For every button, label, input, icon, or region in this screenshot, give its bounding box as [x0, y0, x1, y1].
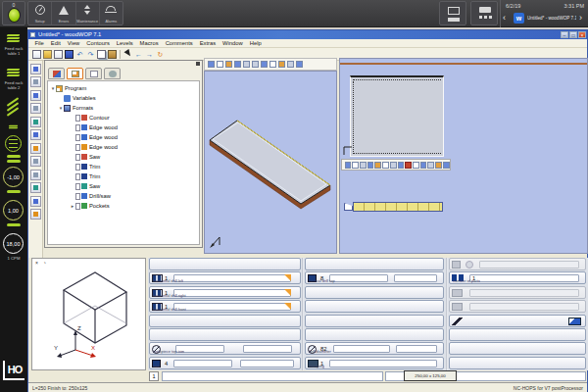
view-top-icon[interactable]: [30, 156, 41, 167]
tree-node-edge-wood[interactable]: Edge wood: [48, 132, 199, 142]
alarms-button[interactable]: Alarms: [100, 2, 122, 24]
diameter-dial[interactable]: 18,00: [3, 233, 24, 254]
apps-grid-button[interactable]: [470, 1, 498, 25]
zoom-fit-icon[interactable]: [30, 117, 41, 127]
param-field[interactable]: [329, 274, 388, 282]
param-field[interactable]: [333, 345, 390, 353]
pin-close-icon[interactable]: ×: [35, 261, 38, 266]
paste-button[interactable]: [108, 50, 117, 59]
setup-button[interactable]: Setup: [28, 2, 52, 24]
tree-node-program[interactable]: ▾ Program: [48, 83, 199, 93]
tree-node-contour[interactable]: Contour: [48, 113, 199, 122]
panel-close-icon[interactable]: [196, 62, 200, 66]
top-view-workpiece[interactable]: [350, 75, 444, 157]
tool-icon[interactable]: [374, 162, 381, 169]
feed-rack-2-icon[interactable]: [7, 68, 20, 77]
minimize-button[interactable]: –: [561, 31, 568, 38]
view-front-icon[interactable]: [30, 170, 41, 180]
top-view-icon[interactable]: [243, 61, 250, 68]
tree-node-drill-saw[interactable]: Drill/saw: [48, 191, 199, 201]
tab-macros[interactable]: [67, 68, 83, 79]
pan-icon[interactable]: [30, 129, 41, 140]
redo-button[interactable]: ↷: [86, 50, 95, 59]
tool-icon[interactable]: [398, 162, 405, 169]
select-tool-button[interactable]: [123, 50, 132, 59]
view-side-icon[interactable]: [30, 182, 41, 193]
feed-rack-1-icon[interactable]: [7, 33, 20, 43]
refresh-button[interactable]: ↻: [156, 50, 165, 59]
plan-view-pane[interactable]: [339, 58, 588, 254]
save-button[interactable]: [65, 50, 74, 59]
param-row-vdrill-top[interactable]: 8 vertical drill top: [305, 271, 444, 284]
tool-icon[interactable]: [427, 162, 434, 169]
tool-icon[interactable]: [443, 162, 450, 169]
workpiece-preview-panel[interactable]: × ◔ Z X Y: [31, 258, 146, 370]
menu-window[interactable]: Window: [220, 39, 247, 47]
view-3d-icon[interactable]: [30, 143, 41, 154]
fit-view-icon[interactable]: [234, 61, 241, 68]
errors-button[interactable]: Errors: [52, 2, 75, 24]
grid-icon[interactable]: [30, 209, 41, 220]
select-icon[interactable]: [30, 64, 41, 74]
param-field[interactable]: [173, 360, 232, 368]
param-row-clamping[interactable]: 1 clamping: [305, 357, 444, 369]
tree-node-variables[interactable]: Variables: [48, 93, 199, 103]
new-file-button[interactable]: [32, 50, 41, 59]
tool-icon[interactable]: [435, 162, 442, 169]
param-field[interactable]: [469, 274, 579, 282]
tool-icon[interactable]: [360, 162, 367, 169]
side-view-icon[interactable]: [261, 61, 268, 68]
menu-file[interactable]: File: [31, 39, 47, 47]
tool-icon[interactable]: [413, 162, 419, 169]
forward-button[interactable]: →: [145, 50, 154, 59]
new-from-template-button[interactable]: [54, 50, 63, 59]
param-field[interactable]: [240, 360, 294, 368]
param-field[interactable]: [173, 289, 291, 297]
offset-negative-dial[interactable]: -1,00: [3, 167, 24, 187]
window-titlebar[interactable]: Untitled* - woodWOP 7.1 – □ ×: [28, 30, 587, 39]
machine-status-tile[interactable]: 0: [2, 1, 25, 25]
maximize-button[interactable]: □: [569, 31, 577, 38]
param-field[interactable]: [243, 345, 292, 353]
prev-app-button[interactable]: ‹: [503, 13, 506, 24]
zoom-in-icon[interactable]: [30, 90, 41, 101]
edit-sketch-icon[interactable]: [568, 318, 581, 325]
dimension-view-icon[interactable]: [296, 61, 303, 68]
menu-help[interactable]: Help: [246, 39, 265, 47]
tree-node-edge-wood[interactable]: Edge wood: [48, 122, 199, 132]
tool-icon[interactable]: [345, 162, 352, 169]
menu-edit[interactable]: Edit: [47, 39, 64, 47]
front-view-icon[interactable]: [252, 61, 259, 68]
perspective-view[interactable]: [204, 71, 337, 254]
pan-view-icon[interactable]: [225, 61, 232, 68]
maintenance-button[interactable]: Maintenance: [76, 2, 100, 24]
row-index-box[interactable]: 1: [149, 371, 159, 381]
menu-contours[interactable]: Contours: [83, 39, 114, 47]
wireframe-view-icon[interactable]: [287, 61, 294, 68]
param-field[interactable]: [396, 345, 437, 353]
tree-node-trim[interactable]: Trim: [48, 172, 199, 181]
open-file-button[interactable]: [43, 50, 52, 59]
tab-comments[interactable]: [104, 68, 121, 79]
tool-icon[interactable]: [368, 162, 374, 169]
undo-button[interactable]: ↶: [75, 50, 84, 59]
rotate-view-icon[interactable]: [208, 61, 215, 68]
tool-icon[interactable]: [420, 162, 427, 169]
menu-extras[interactable]: Extras: [196, 39, 219, 47]
tool-icon[interactable]: [352, 162, 359, 169]
param-row-hdrill-front[interactable]: 1 horizontal drill front: [149, 300, 301, 313]
iso-view-icon[interactable]: [270, 61, 276, 68]
menu-comments[interactable]: Comments: [162, 39, 196, 47]
tool-icon-active[interactable]: [405, 162, 412, 169]
comment-field[interactable]: [162, 371, 383, 381]
wave-circle-icon[interactable]: [5, 135, 22, 152]
copy-button[interactable]: [97, 50, 106, 59]
tree-node-formats[interactable]: ▾ Formats: [48, 103, 199, 113]
menu-view[interactable]: View: [64, 39, 82, 47]
machine-list-button[interactable]: [439, 1, 466, 25]
zoom-view-icon[interactable]: [217, 61, 223, 68]
close-button[interactable]: ×: [578, 31, 586, 38]
param-row-parts[interactable]: 1 number of parts: [449, 271, 586, 284]
param-row-mirror[interactable]: [449, 315, 586, 327]
param-field[interactable]: [173, 274, 291, 282]
